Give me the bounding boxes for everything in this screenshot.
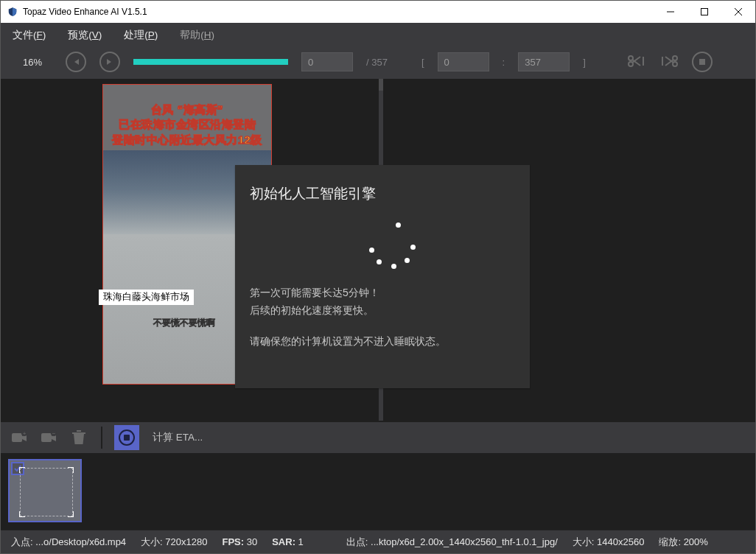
trash-icon[interactable]	[69, 427, 89, 448]
status-sar-label: SAR:	[272, 536, 295, 547]
viewer: 台风 “海高斯” 已在珠海市金湾区沿海登陆 登陆时中心附近最大风力12级 珠海白…	[3, 79, 755, 421]
toolbar: 16% 0 / 357 [ 0 : 357 ]	[1, 48, 755, 79]
menu-process[interactable]: 处理(P)	[124, 29, 158, 42]
zoom-level: 16%	[23, 57, 52, 68]
menubar: 文件(F) 预览(V) 处理(P) 帮助(H)	[1, 23, 755, 48]
thumbnail-item[interactable]	[8, 459, 82, 522]
modal-line3: 请确保您的计算机设置为不进入睡眠状态。	[250, 333, 515, 351]
status-sar-value: 1	[298, 536, 304, 547]
eta-text: 计算 ETA...	[153, 431, 203, 444]
record-remove-icon[interactable]: −	[39, 427, 60, 448]
maximize-button[interactable]	[687, 1, 721, 23]
svg-rect-21	[124, 435, 130, 441]
init-modal: 初始化人工智能引擎 第一次可能需要长达5分钟！ 后续的初始化速度将更快。 请确保…	[235, 165, 530, 388]
status-size-label: 大小:	[141, 536, 163, 547]
app-logo-icon	[7, 6, 18, 18]
status-size-value: 720x1280	[165, 536, 207, 547]
range-sep: :	[503, 57, 505, 68]
stop-preview-button[interactable]	[692, 52, 713, 72]
status-in-label: 入点:	[11, 536, 33, 547]
stop-process-button[interactable]	[114, 425, 139, 450]
frame-total: / 357	[366, 57, 388, 68]
status-out-value: ...ktop/x6d_2.00x_1440x2560_thf-1.0.1_jp…	[371, 536, 558, 547]
statusbar: 入点: ...o/Desktop/x6d.mp4 大小: 720x1280 FP…	[1, 530, 755, 553]
window-title: Topaz Video Enhance AI V1.5.1	[23, 7, 147, 17]
titlebar: Topaz Video Enhance AI V1.5.1	[1, 1, 755, 23]
overlay-headline: 台风 “海高斯” 已在珠海市金湾区沿海登陆 登陆时中心附近最大风力12级	[103, 102, 271, 147]
bracket-right: ]	[583, 57, 586, 68]
menu-help[interactable]: 帮助(H)	[180, 29, 214, 42]
cut-start-icon[interactable]	[627, 55, 646, 70]
svg-rect-1	[701, 9, 708, 15]
svg-rect-14	[12, 433, 22, 442]
current-frame-input[interactable]: 0	[301, 52, 353, 71]
bottom-toolbar: + − 计算 ETA...	[1, 421, 755, 453]
minimize-button[interactable]	[654, 1, 687, 23]
status-scale-value: 200%	[684, 536, 708, 547]
status-fps-label: FPS:	[222, 536, 244, 547]
range-start-input[interactable]: 0	[438, 52, 489, 71]
app-window: Topaz Video Enhance AI V1.5.1 文件(F) 预览(V…	[0, 0, 756, 554]
menu-preview[interactable]: 预览(V)	[68, 29, 102, 42]
overlay-subtitle: 不要慌不要慌啊	[153, 317, 215, 329]
overlay-location: 珠海白藤头海鲜市场	[99, 290, 194, 305]
modal-line2: 后续的初始化速度将更快。	[250, 302, 515, 320]
bracket-left: [	[421, 57, 424, 68]
svg-rect-17	[41, 433, 52, 442]
status-scale-label: 缩放:	[659, 536, 681, 547]
skip-back-button[interactable]	[66, 52, 86, 72]
status-size2-label: 大小:	[573, 536, 595, 547]
cut-end-icon[interactable]	[659, 55, 679, 70]
status-fps-value: 30	[247, 536, 257, 547]
menu-file[interactable]: 文件(F)	[13, 29, 46, 42]
svg-text:+: +	[23, 430, 27, 437]
progress-bar[interactable]	[133, 59, 288, 65]
loading-spinner-icon	[368, 222, 515, 276]
status-in-value: ...o/Desktop/x6d.mp4	[35, 536, 126, 547]
range-end-input[interactable]: 357	[518, 52, 570, 71]
modal-title: 初始化人工智能引擎	[250, 184, 515, 203]
status-out-label: 出点:	[346, 536, 368, 547]
record-add-icon[interactable]: +	[10, 427, 30, 448]
thumbnail-row	[1, 453, 755, 530]
skip-forward-button[interactable]	[99, 52, 120, 72]
svg-text:−: −	[52, 430, 56, 437]
close-button[interactable]	[721, 1, 755, 23]
main-area: 台风 “海高斯” 已在珠海市金湾区沿海登陆 登陆时中心附近最大风力12级 珠海白…	[1, 79, 755, 421]
modal-line1: 第一次可能需要长达5分钟！	[250, 284, 515, 302]
thumbnail-preview	[20, 468, 73, 516]
status-size2-value: 1440x2560	[597, 536, 644, 547]
